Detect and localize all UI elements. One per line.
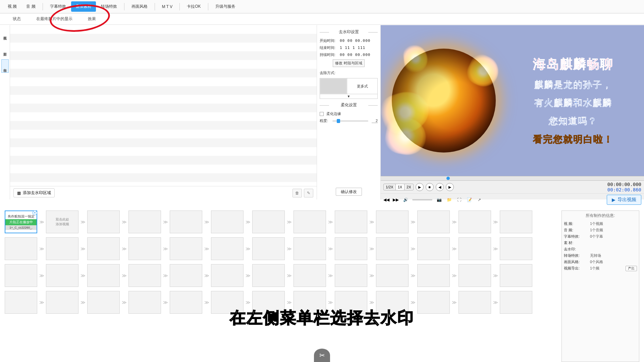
end-time-value[interactable]: 1 11 1 111 [340, 46, 378, 50]
transition-slot[interactable]: ≫ [39, 299, 45, 305]
transition-slot[interactable]: ≫ [451, 219, 457, 225]
add-watermark-area-button[interactable]: ▦ 添加去水印区域 [13, 188, 55, 197]
next-frame-button[interactable]: ▶ [446, 183, 454, 191]
tab-transition-fx[interactable]: 转场特效 [97, 1, 121, 12]
timeline-clip-slot[interactable]: 双击此处 添加视频 [46, 210, 78, 233]
timeline-clip-slot[interactable] [376, 264, 409, 287]
transition-slot[interactable]: ≫ [286, 273, 292, 279]
timeline-clip-slot[interactable] [335, 210, 367, 233]
transition-slot[interactable]: ≫ [492, 219, 498, 225]
timeline-clip-slot[interactable] [128, 291, 161, 314]
timeline-clip-slot[interactable] [170, 237, 202, 260]
timeline-clip-slot[interactable] [170, 264, 202, 287]
transition-slot[interactable]: ≫ [492, 246, 498, 252]
transition-slot[interactable]: ≫ [369, 299, 375, 305]
edit-button[interactable]: ✎ [304, 189, 313, 197]
speed-1x[interactable]: 1X [396, 184, 405, 190]
transition-slot[interactable]: ≫ [121, 273, 127, 279]
transition-slot[interactable]: ≫ [286, 299, 292, 305]
tab-picture-style[interactable]: 画面风格 [127, 1, 152, 12]
timeline-clip-slot[interactable] [335, 264, 367, 287]
level-value[interactable]: 2 [372, 119, 378, 123]
timeline-clip-slot[interactable] [170, 210, 202, 233]
transition-slot[interactable]: ≫ [327, 299, 333, 305]
transition-slot[interactable]: ≫ [369, 219, 375, 225]
volume-slider[interactable] [412, 199, 432, 200]
transition-slot[interactable]: ≫ [121, 219, 127, 225]
screenshot-button[interactable]: 📷 [436, 197, 442, 203]
transition-slot[interactable]: ≫ [410, 273, 416, 279]
timeline-clip-slot[interactable] [211, 237, 244, 260]
more-style-button[interactable]: 更多式 [347, 78, 377, 94]
scissors-button[interactable]: ✂ [314, 349, 330, 362]
tab-audio[interactable]: 音 频 [22, 1, 40, 12]
transition-slot[interactable]: ≫ [204, 246, 210, 252]
transition-slot[interactable]: ≫ [451, 273, 457, 279]
stop-button[interactable]: ■ [426, 183, 434, 191]
transition-slot[interactable]: ≫ [369, 246, 375, 252]
timeline-clip-slot[interactable] [293, 237, 326, 260]
transition-slot[interactable]: ≫ [80, 273, 86, 279]
timeline-clip-slot[interactable] [252, 264, 285, 287]
transition-slot[interactable]: ≫ [121, 246, 127, 252]
transition-slot[interactable]: ≫ [286, 219, 292, 225]
folder-button[interactable]: 📁 [446, 197, 452, 203]
timeline-clip-slot[interactable] [87, 291, 120, 314]
timeline-clip-slot[interactable] [500, 264, 532, 287]
timeline-clip-slot[interactable] [293, 210, 326, 233]
timeline-clip-slot[interactable] [417, 237, 450, 260]
left-item-video-map[interactable]: 视频图 [1, 27, 9, 41]
transition-slot[interactable]: ≫ [39, 219, 45, 225]
timeline-clip-slot[interactable] [376, 210, 409, 233]
step-back-button[interactable]: ◀◀ [383, 197, 389, 202]
scrub-bar[interactable] [381, 176, 644, 181]
transition-slot[interactable]: ≫ [162, 246, 168, 252]
timeline-clip-slot[interactable] [5, 291, 37, 314]
timeline-clip-slot[interactable]: 先作航拍混一辑定片段正在播放中1+_C_cc22260_.✕ [5, 210, 37, 233]
soften-slider[interactable] [332, 120, 368, 122]
transition-slot[interactable]: ≫ [245, 299, 251, 305]
soften-checkbox[interactable] [320, 112, 324, 116]
note-button[interactable]: 📝 [466, 197, 473, 203]
modify-time-region-button[interactable]: 修改 时段与区域 [333, 59, 364, 67]
style-dropdown-toggle[interactable]: ▼ [320, 94, 377, 99]
timeline-clip-slot[interactable] [46, 237, 78, 260]
timeline-clip-slot[interactable] [87, 210, 120, 233]
timeline-clip-slot[interactable] [87, 264, 120, 287]
duration-value[interactable]: 00 00 00.000 [340, 53, 378, 57]
timeline-clip-slot[interactable] [417, 210, 450, 233]
transition-slot[interactable]: ≫ [410, 246, 416, 252]
watermark-list[interactable] [10, 25, 317, 186]
tab-overlay-material[interactable]: 叠加素材 [71, 1, 96, 12]
timeline-clip-slot[interactable] [417, 264, 450, 287]
timeline-clip-slot[interactable] [417, 291, 450, 314]
fullscreen-button[interactable]: ⛶ [456, 197, 463, 203]
timeline-clip-slot[interactable] [252, 210, 285, 233]
tab-karaoke[interactable]: 卡拉OK [182, 1, 205, 12]
transition-slot[interactable]: ≫ [162, 273, 168, 279]
transition-slot[interactable]: ≫ [327, 246, 333, 252]
volume-icon[interactable]: 🔊 [402, 197, 409, 203]
timeline-clip-slot[interactable] [500, 291, 532, 314]
transition-slot[interactable]: ≫ [245, 246, 251, 252]
step-fwd-button[interactable]: ▶▶ [393, 197, 399, 202]
timeline-clip-slot[interactable] [252, 237, 285, 260]
video-preview[interactable]: 海岛麒麟畅聊 麒麟是龙的孙子， 有火麒麟和水麒麟 您知道吗？ 看完您就明白啦！ [381, 25, 644, 176]
left-item-sticker[interactable]: 加贴图 [1, 43, 9, 57]
timeline-clip-slot[interactable] [128, 210, 161, 233]
transition-slot[interactable]: ≫ [80, 299, 86, 305]
transition-slot[interactable]: ≫ [492, 273, 498, 279]
tab-video[interactable]: 视 频 [3, 1, 21, 12]
style-preview[interactable] [320, 78, 347, 94]
transition-slot[interactable]: ≫ [327, 273, 333, 279]
transition-slot[interactable]: ≫ [204, 273, 210, 279]
transition-slot[interactable]: ≫ [80, 219, 86, 225]
scrub-thumb[interactable] [446, 177, 450, 180]
timeline-clip-slot[interactable] [128, 264, 161, 287]
info-action-button[interactable]: 产出 [626, 266, 637, 271]
timeline-clip-slot[interactable] [500, 210, 532, 233]
sub-effect[interactable]: 效果 [85, 15, 99, 23]
speed-2x[interactable]: 2X [405, 184, 413, 190]
transition-slot[interactable]: ≫ [451, 246, 457, 252]
transition-slot[interactable]: ≫ [39, 246, 45, 252]
